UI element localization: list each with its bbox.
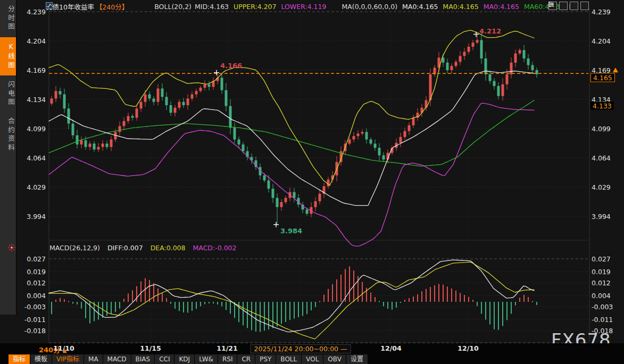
macd-label-right: 0.012 (592, 279, 611, 287)
chart-canvas[interactable] (0, 0, 624, 364)
toolbar-button-指标[interactable]: 指标 (9, 354, 30, 364)
boll-lower-value: LOWER:4.119 (281, 3, 327, 11)
toolbar-button-KDJ[interactable]: KDJ (174, 354, 195, 364)
toolbar-button-CCI[interactable]: CCI (155, 354, 174, 364)
toolbar-button-CR[interactable]: CR (237, 354, 255, 364)
price-label-left: 3.994 (0, 213, 46, 221)
indicator-toolbar: 指标模板VIP指标MAMACDBIASCCIKDJLW&RSICRPSYBOLL… (9, 354, 368, 364)
price-label-left: 4.029 (0, 183, 46, 191)
toolbar-button-OBV[interactable]: OBV (323, 354, 346, 364)
price-label-left: 4.134 (0, 96, 46, 104)
toolbar-button-MACD[interactable]: MACD (103, 354, 131, 364)
date-tick: 11/15 (140, 344, 161, 352)
price-label-right: 3.994 (592, 213, 611, 221)
toolbar-button-RSI[interactable]: RSI (218, 354, 238, 364)
toolbar-button-LW&[interactable]: LW& (195, 354, 218, 364)
macd-label-right: 0.019 (592, 268, 611, 276)
ma0-value-2: MA0:4.165 (443, 3, 478, 11)
date-tick: 12/10 (457, 344, 478, 352)
sidebar-tab-4[interactable]: 合约资料 (0, 112, 16, 158)
price-label-right: 4.204 (592, 37, 611, 45)
toolbar-button-BOLL[interactable]: BOLL (276, 354, 302, 364)
time-axis-row: 240分 ▲ 11/1011/1511/212025/11/24 20:00~0… (0, 343, 624, 354)
chart-header: 美债10年收益率 【240分】 BOLL(20,2) MID:4.163 UPP… (46, 2, 575, 11)
price-label-left: 4.064 (0, 154, 46, 162)
macd-label-left: -0.011 (0, 316, 46, 324)
price-label-left: 4.169 (0, 66, 46, 74)
indicator-boll-icon[interactable] (145, 3, 152, 10)
macd-label-left: -0.018 (0, 327, 46, 335)
price-label-right: 4.099 (592, 125, 611, 133)
price-label-right: 4.064 (592, 154, 611, 162)
toolbar-button-VOL[interactable]: VOL (302, 354, 323, 364)
price-label-right: 4.029 (592, 183, 611, 191)
toolbar-button-模板[interactable]: 模板 (30, 354, 52, 364)
period-label[interactable]: 【240分】 (96, 2, 128, 12)
boll-label: BOLL(20,2) (154, 3, 192, 11)
alert-marker-icon[interactable] (7, 243, 16, 252)
trading-app-window: 分时图K线图闪电图合约资料 美债10年收益率 【240分】 BOLL(20,2)… (0, 0, 624, 364)
price-label-right: 4.239 (592, 7, 611, 15)
date-tick: 11/10 (53, 344, 74, 352)
boll-upper-value: UPPER:4.207 (234, 3, 276, 11)
macd-legend: MACD(26,12,9) DIFF:0.007 DEA:0.008 MACD:… (49, 244, 237, 252)
boll-mid-value: MID:4.163 (195, 3, 229, 11)
price-label-left: 4.204 (0, 37, 46, 45)
macd-label-right: -0.011 (592, 316, 613, 324)
zoom-out-chart-icon[interactable] (570, 2, 578, 10)
macd-label-left: 0.012 (0, 279, 46, 287)
macd-label-left: 0.004 (0, 292, 46, 300)
window-controls (548, 2, 589, 10)
macd-label-right: -0.003 (592, 303, 613, 311)
current-price-tag: 4.133 (590, 102, 614, 110)
date-tick: 11/21 (217, 344, 237, 352)
extreme-price-label: 4.166 (220, 62, 242, 70)
ma-params-label: MA(0,0,0,60,0,0) (342, 3, 397, 11)
macd-label-left: 0.027 (0, 255, 46, 263)
sidebar-tab-1[interactable]: 分时图 (0, 0, 16, 37)
indicator-ma-icon[interactable] (332, 3, 339, 10)
macd-diff-value: DIFF:0.007 (107, 244, 143, 252)
instrument-title: 美债10年收益率 (46, 2, 94, 12)
macd-macd-value: MACD:-0.002 (193, 244, 237, 252)
extreme-price-label: 3.984 (280, 227, 302, 235)
toolbar-button-设置[interactable]: 设置 (346, 354, 368, 364)
price-label-left: 4.099 (0, 125, 46, 133)
sidebar-tab-3[interactable]: 闪电图 (0, 75, 16, 113)
macd-title: MACD(26,12,9) (49, 244, 100, 252)
extreme-price-label: 4.212 (479, 27, 501, 35)
macd-dea-value: DEA:0.008 (151, 244, 186, 252)
toolbar-button-BIAS[interactable]: BIAS (131, 354, 155, 364)
zoom-in-chart-icon[interactable] (559, 2, 568, 10)
selected-bar-time: 2025/11/24 20:00~00:00 — (250, 344, 351, 353)
macd-label-right: 0.027 (592, 255, 611, 263)
macd-label-left: -0.003 (0, 303, 46, 311)
ma0-value-1: MA0:4.165 (402, 3, 438, 11)
price-label-left: 4.239 (0, 7, 46, 15)
toolbar-button-VIP指标[interactable]: VIP指标 (52, 354, 84, 364)
exit-fullscreen-icon[interactable] (580, 2, 589, 10)
date-tick: 12/04 (380, 344, 401, 352)
ma0-value-3: MA0:4.165 (484, 3, 519, 11)
toolbar-button-MA[interactable]: MA (84, 354, 103, 364)
macd-label-right: 0.004 (592, 292, 611, 300)
toolbar-button-PSY[interactable]: PSY (255, 354, 276, 364)
link-icon[interactable] (133, 3, 140, 10)
current-price-tag: 4.165 (590, 73, 615, 82)
macd-label-left: 0.019 (0, 268, 46, 276)
